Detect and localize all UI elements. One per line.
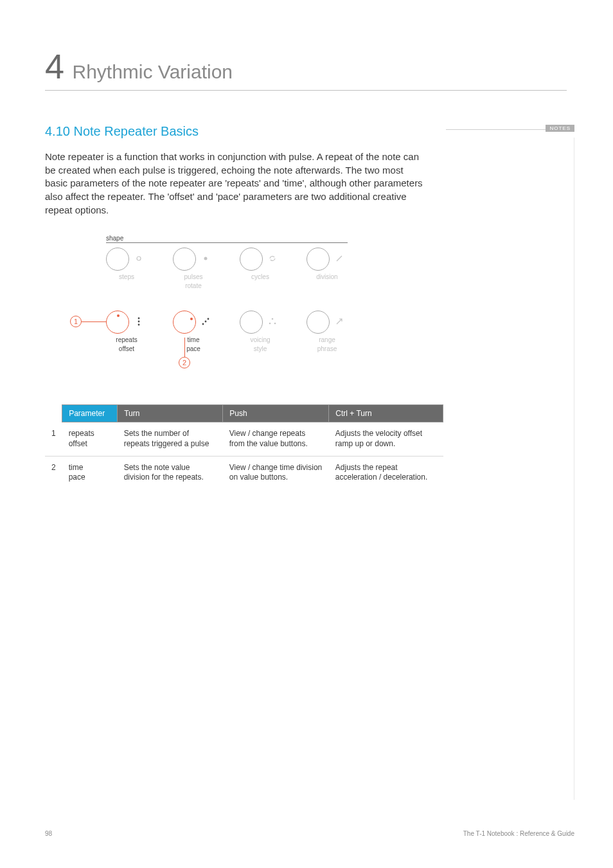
knob-row-2: 1 repeats offset xyxy=(106,309,363,353)
notes-column: NOTES xyxy=(446,125,574,134)
row-num: 1 xyxy=(45,422,62,456)
cell-turn: Sets the note value division for the rep… xyxy=(118,456,223,489)
table-row: 2 time pace Sets the note value division… xyxy=(45,456,443,489)
knob-label: pulses xyxy=(184,273,203,281)
callout-1-num: 1 xyxy=(74,318,78,325)
knob-circle xyxy=(306,248,330,271)
page: 4 Rhythmic Variation NOTES 4.10 Note Rep… xyxy=(0,0,613,868)
th-ctrl-turn: Ctrl + Turn xyxy=(329,405,443,422)
knob-circle xyxy=(240,311,263,334)
footer-title: The T-1 Notebook : Reference & Guide xyxy=(463,830,574,837)
slash-icon xyxy=(333,253,345,264)
knob-time: time pace xyxy=(173,309,214,353)
row-num: 2 xyxy=(45,456,62,489)
refresh-icon xyxy=(267,253,278,264)
cell-turn: Sets the number of repeats triggered a p… xyxy=(118,422,223,456)
svg-point-1 xyxy=(204,257,208,260)
th-turn: Turn xyxy=(118,405,223,422)
callout-2-line xyxy=(184,338,185,357)
svg-point-0 xyxy=(137,257,141,260)
knob-panel: shape steps xyxy=(106,246,363,353)
knob-sublabel: rotate xyxy=(185,282,202,290)
knob-division: division xyxy=(306,246,348,290)
table-row: 1 repeats offset Sets the number of repe… xyxy=(45,422,443,456)
cell-parameter: repeats offset xyxy=(62,422,118,456)
chapter-header: 4 Rhythmic Variation xyxy=(45,46,574,91)
svg-point-3 xyxy=(138,318,140,320)
chapter-title: Rhythmic Variation xyxy=(73,61,233,83)
svg-point-8 xyxy=(208,318,209,320)
param-bottom: offset xyxy=(69,439,87,448)
notes-tab: NOTES xyxy=(446,125,574,134)
cell-ctrl: Adjusts the velocity offset ramp up or d… xyxy=(329,422,443,456)
knob-label: time xyxy=(188,336,200,344)
panel-top-rule xyxy=(106,242,348,243)
knob-circle xyxy=(106,248,129,271)
th-parameter: Parameter xyxy=(62,405,118,422)
knob-steps: steps xyxy=(106,246,147,290)
svg-point-6 xyxy=(202,323,204,325)
knob-sublabel: offset xyxy=(119,345,134,353)
svg-point-11 xyxy=(274,323,276,325)
circle-small-icon xyxy=(133,253,145,264)
knob-cycles: cycles xyxy=(240,246,281,290)
param-bottom: pace xyxy=(69,473,85,482)
notes-label: NOTES xyxy=(546,125,574,132)
knob-label: steps xyxy=(119,273,134,281)
dot-icon xyxy=(200,253,211,264)
svg-point-4 xyxy=(138,321,140,323)
callout-2-num: 2 xyxy=(182,359,186,366)
chapter-number: 4 xyxy=(45,46,64,86)
svg-point-7 xyxy=(205,321,207,323)
knob-label: cycles xyxy=(251,273,269,281)
cell-push: View / change repeats from the value but… xyxy=(223,422,329,456)
knob-circle xyxy=(173,248,196,271)
knob-indicator xyxy=(190,318,193,320)
knob-sublabel: style xyxy=(254,345,267,353)
callout-1-line xyxy=(82,321,106,322)
parameter-table: Parameter Turn Push Ctrl + Turn 1 repeat… xyxy=(45,404,443,489)
th-push: Push xyxy=(223,405,329,422)
cell-parameter: time pace xyxy=(62,456,118,489)
knob-label: repeats xyxy=(116,336,137,344)
svg-point-5 xyxy=(138,324,140,326)
param-top: time xyxy=(69,463,84,472)
content-column: 4.10 Note Repeater Basics Note repeater … xyxy=(45,124,424,489)
three-dots-diag-icon xyxy=(200,316,211,327)
knob-range: range phrase xyxy=(306,309,348,353)
callout-1: 1 xyxy=(70,316,82,327)
knob-sublabel: phrase xyxy=(317,345,337,353)
knob-pulses: pulses rotate xyxy=(173,246,214,290)
footer: 98 The T-1 Notebook : Reference & Guide xyxy=(45,830,574,837)
knob-row-1: steps pulses rotate xyxy=(106,246,363,290)
knob-circle xyxy=(240,248,263,271)
body-text: Note repeater is a function that works i… xyxy=(45,150,424,217)
callout-2: 2 xyxy=(179,357,190,368)
page-number: 98 xyxy=(45,830,52,837)
knob-label: division xyxy=(316,273,337,281)
param-top: repeats xyxy=(69,429,94,438)
chapter-rule xyxy=(45,90,567,91)
knob-circle xyxy=(306,311,330,334)
knob-voicing: voicing style xyxy=(240,309,281,353)
knob-repeats: repeats offset xyxy=(106,309,147,353)
knob-indicator xyxy=(117,314,120,317)
arrow-diag-icon xyxy=(333,316,345,327)
knob-label: voicing xyxy=(250,336,270,344)
svg-line-2 xyxy=(337,256,342,261)
knob-circle xyxy=(173,311,196,334)
three-dots-tri-icon xyxy=(267,316,278,327)
knob-sublabel: pace xyxy=(186,345,200,353)
notes-divider xyxy=(574,138,574,800)
cell-push: View / change time division on value but… xyxy=(223,456,329,489)
svg-point-9 xyxy=(272,318,274,320)
shape-label: shape xyxy=(106,235,123,242)
section-heading: 4.10 Note Repeater Basics xyxy=(45,124,424,139)
svg-point-10 xyxy=(269,323,271,325)
cell-ctrl: Adjusts the repeat acceleration / decele… xyxy=(329,456,443,489)
knob-label: range xyxy=(319,336,335,344)
knob-circle xyxy=(106,311,129,334)
three-dots-v-icon xyxy=(133,316,145,327)
